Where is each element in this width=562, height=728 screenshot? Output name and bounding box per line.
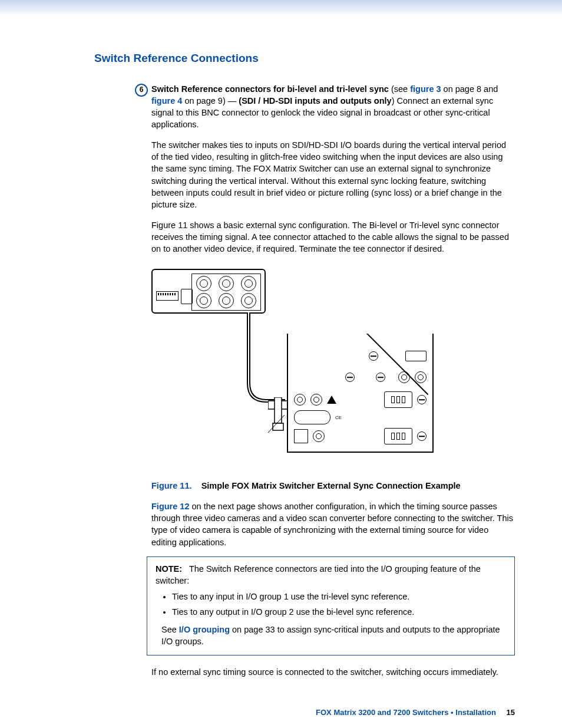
- screw-icon: [369, 351, 378, 361]
- switcher-rear-panel: CE: [287, 334, 434, 453]
- figure-11-diagram: CE: [151, 269, 515, 463]
- panel-row-2: [294, 367, 427, 388]
- item-number-badge: 6: [135, 84, 148, 97]
- io-grouping-link[interactable]: I/O grouping: [179, 625, 230, 634]
- paragraph-3: Figure 11 shows a basic external sync co…: [151, 219, 515, 255]
- note-box: NOTE: The Switch Reference connectors ar…: [147, 556, 515, 655]
- bnc-connector-icon: [241, 276, 256, 291]
- panel-row-1: [294, 345, 427, 367]
- screw-icon: [417, 431, 427, 441]
- paragraph-2: The switcher makes ties to inputs on SDI…: [151, 139, 515, 211]
- figure-3-link[interactable]: figure 3: [410, 84, 441, 94]
- ethernet-port-icon: [294, 429, 308, 443]
- serial-port-icon: [294, 410, 330, 424]
- note-bullet-1: Ties to any input in I/O group 1 use the…: [172, 591, 506, 602]
- main-item-block: 6 Switch Reference connectors for bi-lev…: [151, 83, 515, 678]
- paragraph-1: Switch Reference connectors for bi-level…: [151, 83, 515, 131]
- note-see-t1: See: [161, 625, 179, 634]
- screw-icon: [345, 373, 355, 382]
- plug-icon: [181, 289, 193, 304]
- bnc-output-grid: [191, 274, 261, 311]
- paragraph-5: If no external sync timing source is con…: [151, 666, 515, 678]
- section-heading: Switch Reference Connections: [94, 51, 515, 67]
- paragraph-4: Figure 12 on the next page shows another…: [151, 500, 515, 548]
- bnc-connector-icon: [196, 293, 211, 308]
- small-bnc-icon: [415, 371, 427, 383]
- figure-4-link[interactable]: figure 4: [151, 96, 182, 106]
- footer-page-number: 15: [507, 708, 515, 717]
- power-inlet-icon: [384, 391, 412, 408]
- figure-12-link[interactable]: Figure 12: [151, 502, 189, 511]
- note-intro-text: The Switch Reference connectors are tied…: [156, 564, 481, 585]
- small-bnc-icon: [310, 394, 322, 406]
- bnc-connector-icon: [219, 276, 234, 291]
- p1-bold2: (SDI / HD-SDI inputs and outputs only: [239, 96, 391, 106]
- numbered-item: 6 Switch Reference connectors for bi-lev…: [151, 83, 515, 131]
- bnc-connector-icon: [241, 293, 256, 308]
- power-inlet-icon: [384, 428, 412, 444]
- bnc-connector-icon: [196, 276, 211, 291]
- small-bnc-icon: [313, 430, 325, 442]
- item-badge-wrap: 6: [135, 83, 148, 97]
- warning-triangle-icon: [327, 396, 336, 404]
- note-see-also: See I/O grouping on page 33 to assign sy…: [161, 624, 506, 648]
- device-controls: [153, 275, 195, 308]
- bnc-connector-icon: [219, 293, 234, 308]
- dip-switch-icon: [156, 291, 178, 301]
- p1-t2: on page 8 and: [441, 84, 498, 94]
- note-bullet-list: Ties to any input in I/O group 1 use the…: [156, 591, 506, 618]
- footer-title: FOX Matrix 3200 and 7200 Switchers • Ins…: [316, 708, 496, 717]
- small-bnc-icon: [398, 371, 410, 383]
- note-label: NOTE:: [156, 564, 182, 574]
- svg-rect-2: [273, 423, 283, 430]
- panel-row-5: [294, 426, 427, 447]
- note-bullet-2: Ties to any output in I/O group 2 use th…: [172, 606, 506, 618]
- figure-caption: Figure 11. Simple FOX Matrix Switcher Ex…: [151, 480, 515, 492]
- note-intro: NOTE: The Switch Reference connectors ar…: [156, 563, 506, 587]
- screw-icon: [376, 373, 385, 382]
- screw-icon: [417, 395, 427, 404]
- page-header-bar: [0, 0, 562, 15]
- small-bnc-icon: [294, 394, 306, 406]
- port-icon: [405, 351, 427, 361]
- figure-label: Figure 11.: [151, 481, 192, 490]
- p1-t1: (see: [389, 84, 410, 94]
- p4-rest: on the next page shows another configura…: [151, 502, 513, 547]
- p1-t3: on page 9) —: [182, 96, 239, 106]
- panel-row-4: CE: [294, 407, 427, 428]
- page-content: Switch Reference Connections 6 Switch Re…: [0, 15, 562, 728]
- p1-lead: Switch Reference connectors for bi-level…: [151, 84, 389, 94]
- page-footer: FOX Matrix 3200 and 7200 Switchers • Ins…: [94, 707, 515, 718]
- sync-generator-device: [151, 269, 266, 314]
- figure-title: Simple FOX Matrix Switcher External Sync…: [201, 481, 461, 490]
- ce-mark-icon: CE: [335, 414, 342, 421]
